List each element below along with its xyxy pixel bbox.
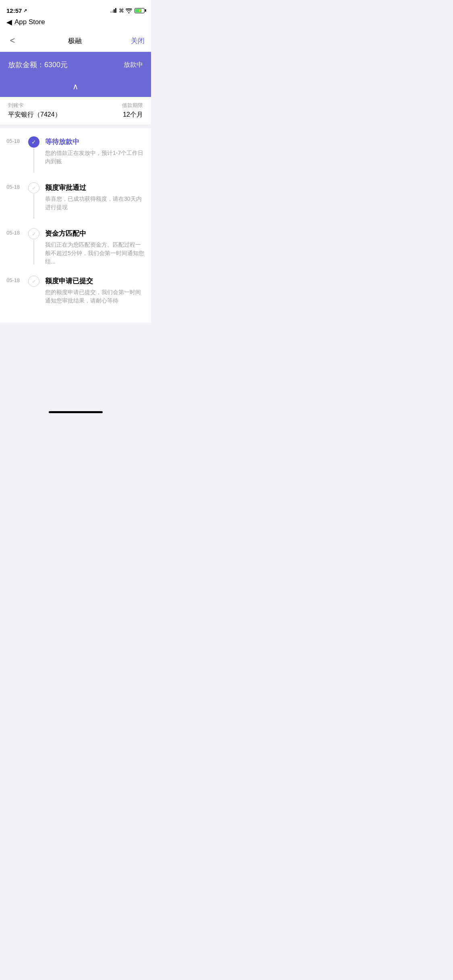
timeline-content-4: 额度申请已提交 您的额度申请已提交，我们会第一时间通知您审批结果，请耐心等待 (45, 276, 145, 305)
app-store-label: App Store (14, 18, 45, 26)
timeline-circle-4: ✓ (28, 276, 39, 287)
timeline-circle-3: ✓ (28, 228, 39, 239)
nav-bar: < 极融 关闭 (0, 30, 151, 52)
location-icon: ↗ (23, 8, 27, 13)
home-indicator (0, 403, 151, 416)
term-label: 借款期限 (122, 102, 143, 109)
timeline-date-2: 05-18 (6, 182, 23, 190)
timeline-line-1 (33, 148, 34, 173)
timeline-desc-3: 我们正在为您匹配资金方。匹配过程一般不超过5分钟，我们会第一时间通知您结... (45, 241, 145, 266)
checkmark-icon-1: ✓ (31, 139, 36, 145)
card-value: 平安银行（7424） (8, 111, 61, 119)
timeline-date-3: 05-18 (6, 228, 23, 236)
app-store-bar: ◀ App Store (0, 18, 151, 30)
timeline-title-2: 额度审批通过 (45, 183, 145, 192)
card-label: 到账卡 (8, 102, 61, 109)
nav-back-button[interactable]: < (6, 35, 19, 47)
back-chevron-icon: < (10, 35, 15, 46)
timeline-icon-col-1: ✓ (28, 136, 39, 173)
timeline-icon-col-2: ✓ (28, 182, 39, 218)
timeline-date-1: 05-18 (6, 136, 23, 144)
timeline-content-2: 额度审批通过 恭喜您，已成功获得额度，请在30天内进行提现 (45, 182, 145, 212)
term-value: 12个月 (123, 111, 143, 119)
timeline-title-3: 资金方匹配中 (45, 229, 145, 238)
timeline-item-3: 05-18 ✓ 资金方匹配中 我们正在为您匹配资金方。匹配过程一般不超过5分钟，… (0, 228, 151, 266)
timeline-date-4: 05-18 (6, 276, 23, 283)
timeline-item-1: 05-18 ✓ 等待放款中 您的借款正在发放中，预计1-7个工作日内到账 (0, 136, 151, 173)
header-banner: 放款金额：6300元 放款中 ∧ (0, 52, 151, 97)
banner-collapse-icon[interactable]: ∧ (72, 82, 79, 91)
banner-chevron-row: ∧ (8, 78, 143, 97)
status-time: 12:57 ↗ (6, 7, 27, 14)
wifi-icon: ⌘ (119, 8, 132, 14)
timeline-item-4: 05-18 ✓ 额度申请已提交 您的额度申请已提交，我们会第一时间通知您审批结果… (0, 276, 151, 305)
timeline-title-4: 额度申请已提交 (45, 276, 145, 286)
timeline-container: 05-18 ✓ 等待放款中 您的借款正在发放中，预计1-7个工作日内到账 05-… (0, 128, 151, 323)
section-divider (0, 125, 151, 128)
timeline-content-3: 资金方匹配中 我们正在为您匹配资金方。匹配过程一般不超过5分钟，我们会第一时间通… (45, 228, 145, 266)
timeline-desc-4: 您的额度申请已提交，我们会第一时间通知您审批结果，请耐心等待 (45, 288, 145, 305)
info-row: 到账卡 平安银行（7424） 借款期限 12个月 (0, 97, 151, 125)
timeline-circle-active-1: ✓ (28, 136, 39, 148)
status-icons: ⌘ ⚡ (110, 8, 145, 14)
timeline-title-1: 等待放款中 (45, 137, 145, 146)
term-info: 借款期限 12个月 (122, 102, 143, 119)
checkmark-icon-4: ✓ (32, 278, 36, 284)
banner-status-label: 放款中 (124, 61, 143, 69)
nav-title: 极融 (68, 36, 82, 45)
signal-icon (110, 8, 116, 13)
timeline-line-3 (33, 240, 34, 264)
checkmark-icon-2: ✓ (32, 185, 36, 191)
timeline-circle-2: ✓ (28, 182, 39, 194)
timeline-icon-col-3: ✓ (28, 228, 39, 264)
app-store-back-arrow: ◀ (6, 18, 12, 27)
battery-icon: ⚡ (134, 8, 145, 13)
card-info: 到账卡 平安银行（7424） (8, 102, 61, 119)
timeline-line-2 (33, 194, 34, 218)
timeline-icon-col-4: ✓ (28, 276, 39, 287)
timeline-content-1: 等待放款中 您的借款正在发放中，预计1-7个工作日内到账 (45, 136, 145, 166)
nav-close-button[interactable]: 关闭 (131, 36, 145, 45)
timeline-item-2: 05-18 ✓ 额度审批通过 恭喜您，已成功获得额度，请在30天内进行提现 (0, 182, 151, 218)
status-bar: 12:57 ↗ ⌘ ⚡ (0, 0, 151, 18)
checkmark-icon-3: ✓ (32, 231, 36, 237)
home-bar (49, 411, 103, 413)
timeline-desc-1: 您的借款正在发放中，预计1-7个工作日内到账 (45, 149, 145, 166)
banner-amount-label: 放款金额：6300元 (8, 60, 68, 70)
time-label: 12:57 (6, 7, 22, 14)
bottom-area (0, 323, 151, 403)
banner-top-row: 放款金额：6300元 放款中 (8, 60, 143, 70)
timeline-desc-2: 恭喜您，已成功获得额度，请在30天内进行提现 (45, 195, 145, 212)
